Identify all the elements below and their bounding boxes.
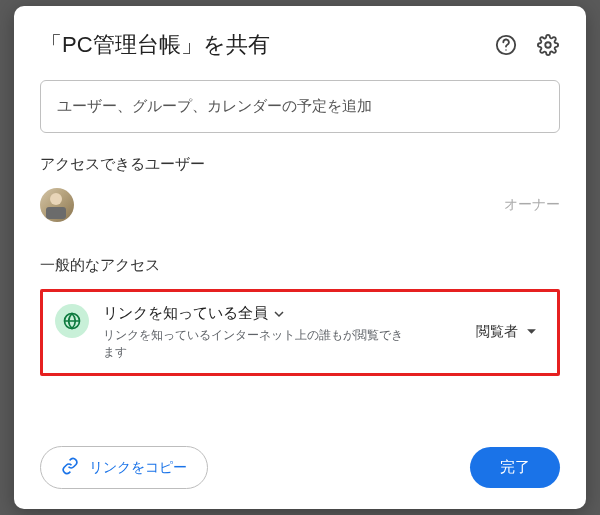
access-description: リンクを知っているインターネット上の誰もが閲覧できます: [103, 327, 413, 361]
role-label: 閲覧者: [476, 323, 518, 341]
dialog-footer: リンクをコピー 完了: [40, 446, 560, 489]
settings-gear-icon[interactable]: [536, 33, 560, 57]
svg-point-2: [545, 42, 551, 48]
owner-role-label: オーナー: [504, 196, 560, 214]
general-access-label: 一般的なアクセス: [40, 256, 560, 275]
header-actions: [494, 33, 560, 57]
access-scope-label: リンクを知っている全員: [103, 304, 268, 323]
access-left: リンクを知っている全員 リンクを知っているインターネット上の誰もが閲覧できます: [55, 304, 413, 361]
chevron-down-icon: [526, 324, 537, 340]
access-text: リンクを知っている全員 リンクを知っているインターネット上の誰もが閲覧できます: [103, 304, 413, 361]
role-dropdown[interactable]: 閲覧者: [468, 317, 545, 347]
dialog-title: 「PC管理台帳」を共有: [40, 30, 270, 60]
add-people-input[interactable]: ユーザー、グループ、カレンダーの予定を追加: [40, 80, 560, 133]
public-globe-icon: [55, 304, 89, 338]
link-icon: [61, 457, 79, 478]
copy-link-label: リンクをコピー: [89, 459, 187, 477]
access-scope-dropdown[interactable]: リンクを知っている全員: [103, 304, 413, 323]
owner-row: オーナー: [40, 188, 560, 222]
general-access-row: リンクを知っている全員 リンクを知っているインターネット上の誰もが閲覧できます …: [40, 289, 560, 376]
owner-avatar: [40, 188, 74, 222]
dialog-header: 「PC管理台帳」を共有: [40, 30, 560, 60]
access-section-label: アクセスできるユーザー: [40, 155, 560, 174]
svg-point-1: [505, 49, 506, 50]
help-icon[interactable]: [494, 33, 518, 57]
done-button[interactable]: 完了: [470, 447, 560, 488]
copy-link-button[interactable]: リンクをコピー: [40, 446, 208, 489]
share-dialog: 「PC管理台帳」を共有 ユーザー、グループ、カレンダーの予定を追加 アクセスでき…: [14, 6, 586, 509]
chevron-down-icon: [274, 305, 284, 322]
